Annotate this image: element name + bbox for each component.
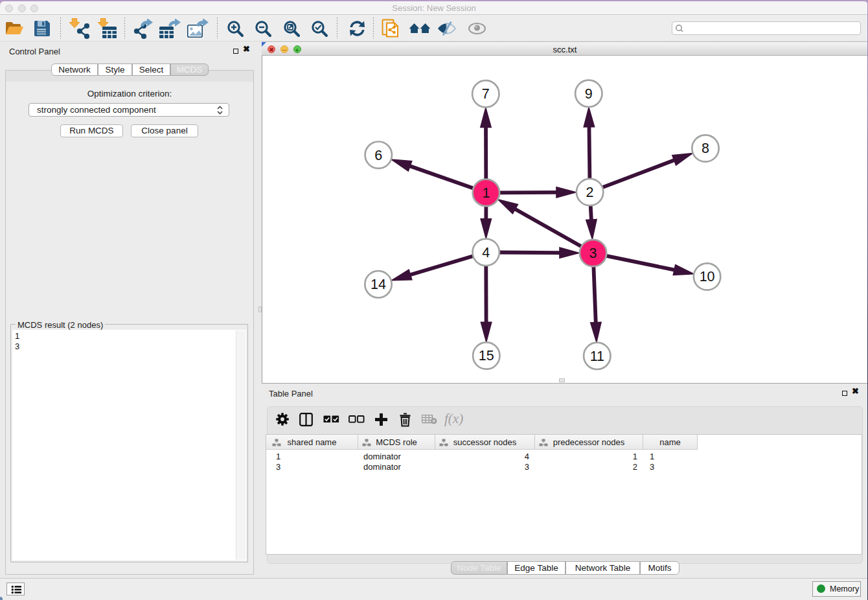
svg-text:9: 9 — [585, 86, 593, 102]
svg-text:10: 10 — [700, 269, 715, 284]
svg-text:1: 1 — [482, 185, 490, 201]
svg-text:4: 4 — [482, 245, 490, 260]
svg-text:8: 8 — [702, 141, 709, 156]
svg-text:15: 15 — [479, 348, 494, 363]
svg-text:6: 6 — [374, 148, 382, 163]
svg-text:7: 7 — [482, 86, 490, 102]
svg-text:14: 14 — [371, 277, 386, 292]
svg-text:11: 11 — [590, 349, 604, 364]
svg-text:3: 3 — [589, 246, 597, 261]
svg-text:2: 2 — [586, 185, 594, 200]
